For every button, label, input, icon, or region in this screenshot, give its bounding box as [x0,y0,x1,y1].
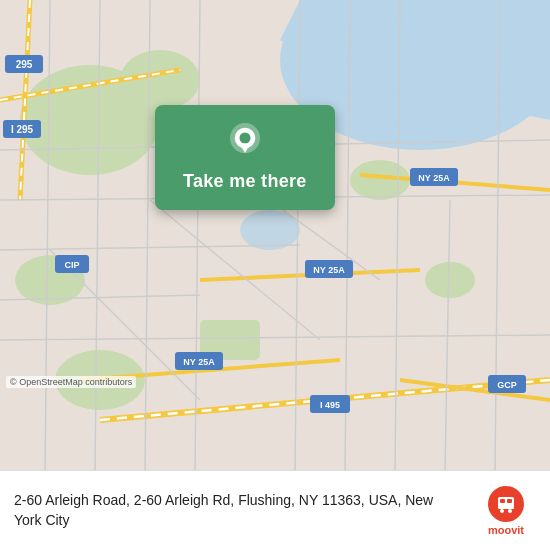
svg-text:295: 295 [16,59,33,70]
svg-rect-61 [507,499,512,503]
svg-rect-62 [498,506,514,509]
map-background: 295 I 295 NY 25A NY 25A NY 25A I 495 GCP… [0,0,550,470]
moovit-label: moovit [488,524,524,536]
svg-text:GCP: GCP [497,380,517,390]
address-text: 2-60 Arleigh Road, 2-60 Arleigh Rd, Flus… [14,491,464,530]
moovit-logo: moovit [476,486,536,536]
svg-text:NY 25A: NY 25A [313,265,345,275]
bottom-bar: 2-60 Arleigh Road, 2-60 Arleigh Rd, Flus… [0,470,550,550]
map-container: 295 I 295 NY 25A NY 25A NY 25A I 495 GCP… [0,0,550,470]
svg-text:NY 25A: NY 25A [418,173,450,183]
svg-rect-60 [500,499,505,503]
location-tooltip: Take me there [155,105,335,210]
svg-text:CIP: CIP [64,260,79,270]
svg-point-8 [425,262,475,298]
take-me-there-button[interactable]: Take me there [183,171,307,192]
svg-point-64 [508,509,512,513]
svg-text:NY 25A: NY 25A [183,357,215,367]
svg-text:I 295: I 295 [11,124,34,135]
svg-point-57 [239,133,250,144]
tooltip-box: Take me there [155,105,335,210]
svg-point-63 [500,509,504,513]
svg-text:I 495: I 495 [320,400,340,410]
moovit-icon [488,486,524,522]
map-pin-icon [226,123,264,161]
map-attribution: © OpenStreetMap contributors [6,376,136,388]
